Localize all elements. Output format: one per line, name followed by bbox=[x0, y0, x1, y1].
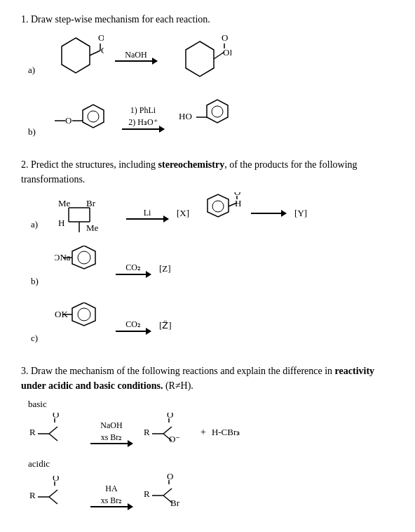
svg-line-63 bbox=[163, 488, 172, 496]
svg-text:R: R bbox=[144, 427, 150, 437]
q1b-arrow: 1) PhLi2) H₃O⁺ bbox=[122, 105, 164, 130]
svg-text:Me: Me bbox=[58, 198, 71, 208]
q2a-product: [Y] bbox=[294, 208, 307, 219]
q2b-label: b) bbox=[31, 276, 50, 291]
svg-marker-13 bbox=[83, 105, 104, 128]
q3-basic-row: R O NaOHxs Br₂ R O O⁻ + bbox=[28, 413, 394, 451]
q2a-arrow1: Li bbox=[126, 207, 168, 220]
svg-marker-5 bbox=[186, 41, 214, 77]
q2a-arrow2 bbox=[251, 213, 286, 214]
svg-marker-38 bbox=[72, 302, 95, 326]
q3-basic-section: basic R O NaOHxs Br₂ R bbox=[28, 399, 394, 451]
q2-header: 2. Predict the structures, including ste… bbox=[21, 157, 394, 187]
q1b-reactant: O bbox=[48, 93, 111, 142]
q1-text: Draw step-wise mechanism for each reacti… bbox=[31, 14, 210, 25]
q3-basic-reactant: R O bbox=[28, 413, 81, 451]
svg-text:H: H bbox=[235, 198, 241, 208]
q1a-reaction: O Cl NaOH O OH bbox=[48, 31, 231, 80]
q3-basic-byproduct: H-CBr₃ bbox=[212, 427, 240, 438]
q3-acidic-reactant: R O bbox=[28, 476, 81, 514]
svg-text:O: O bbox=[53, 476, 59, 483]
svg-marker-17 bbox=[207, 100, 228, 123]
q1a-product: O OH bbox=[168, 31, 231, 80]
q1-number: 1. bbox=[21, 14, 29, 25]
q2c-product: [Z̈] bbox=[159, 320, 172, 331]
svg-line-50 bbox=[163, 427, 172, 434]
svg-point-14 bbox=[88, 111, 99, 122]
q3-acidic-arrow: HAxs Br₂ bbox=[90, 483, 132, 508]
svg-marker-28 bbox=[208, 194, 229, 217]
svg-text:H: H bbox=[58, 218, 64, 228]
svg-text:Br: Br bbox=[170, 498, 180, 508]
svg-text:HO: HO bbox=[179, 111, 192, 121]
svg-line-58 bbox=[49, 497, 57, 504]
q3-number: 3. bbox=[21, 366, 29, 376]
q3-acidic-product: R O Br bbox=[142, 472, 198, 518]
q2b-product: [Z] bbox=[159, 263, 171, 274]
svg-text:Cl: Cl bbox=[101, 45, 104, 55]
q2a-aldehyde: O H bbox=[193, 192, 243, 234]
svg-text:Br: Br bbox=[86, 198, 96, 208]
q2-text: Predict the structures, including stereo… bbox=[21, 159, 358, 185]
q1a-arrow: NaOH bbox=[115, 49, 157, 62]
q2b-arrow: CO₂ bbox=[116, 262, 151, 275]
q3-acidic-reagent: HAxs Br₂ bbox=[101, 483, 123, 507]
q1a-reactant: O Cl bbox=[48, 31, 104, 80]
question-1: 1. Draw step-wise mechanism for each rea… bbox=[21, 14, 394, 142]
svg-text:OH: OH bbox=[223, 47, 231, 58]
q3-basic-label: basic bbox=[28, 399, 394, 410]
q1-header: 1. Draw step-wise mechanism for each rea… bbox=[21, 14, 394, 25]
svg-point-35 bbox=[78, 251, 90, 264]
q1b-reaction: O 1) PhLi2) H₃O⁺ HO bbox=[48, 93, 245, 142]
svg-line-57 bbox=[49, 490, 57, 497]
q3-acidic-label: acidic bbox=[28, 458, 394, 470]
svg-text:O: O bbox=[65, 115, 72, 126]
q2a-reagent1: Li bbox=[144, 207, 151, 219]
svg-line-44 bbox=[49, 427, 57, 434]
q2a-row: a) Me Br H Me Li [X] bbox=[31, 192, 394, 234]
svg-point-39 bbox=[78, 308, 90, 321]
q3-basic-product: R O O⁻ bbox=[142, 413, 195, 451]
q2b-reactant: ONa bbox=[55, 246, 107, 291]
q3-text: Draw the mechanism of the following reac… bbox=[21, 366, 374, 391]
q1b-subquestion: b) O 1) PhLi2) H₃O⁺ HO bbox=[28, 93, 394, 142]
q2c-row: c) OK CO₂ [Z̈] bbox=[31, 302, 394, 348]
q1b-label: b) bbox=[28, 126, 48, 142]
q3-basic-arrow: NaOHxs Br₂ bbox=[90, 420, 132, 445]
svg-line-1 bbox=[90, 51, 100, 55]
svg-text:O: O bbox=[234, 192, 240, 197]
question-3: 3. Draw the mechanism of the following r… bbox=[21, 364, 394, 518]
q2c-arrow: CO₂ bbox=[116, 319, 151, 332]
q2-subquestions: a) Me Br H Me Li [X] bbox=[31, 192, 394, 348]
svg-text:ONa: ONa bbox=[55, 252, 71, 262]
q3-header: 3. Draw the mechanism of the following r… bbox=[21, 364, 394, 393]
q1a-label: a) bbox=[28, 65, 48, 80]
svg-text:O: O bbox=[222, 32, 228, 43]
q3-acidic-section: acidic R O HAxs Br₂ R O bbox=[28, 458, 394, 518]
q3-basic-plus: + bbox=[200, 427, 206, 438]
svg-text:O: O bbox=[98, 32, 104, 43]
q2c-reactant: OK bbox=[55, 302, 107, 348]
svg-text:O: O bbox=[53, 413, 59, 420]
q2c-reagent: CO₂ bbox=[125, 319, 141, 331]
svg-text:R: R bbox=[29, 490, 36, 500]
q2-number: 2. bbox=[21, 159, 29, 170]
q1a-reagent: NaOH bbox=[125, 49, 147, 61]
svg-text:Me: Me bbox=[86, 222, 99, 233]
svg-text:O⁻: O⁻ bbox=[169, 434, 180, 444]
q3-acidic-row: R O HAxs Br₂ R O Br bbox=[28, 472, 394, 518]
q2c-label: c) bbox=[31, 333, 50, 348]
svg-text:O: O bbox=[167, 413, 173, 420]
svg-point-29 bbox=[212, 201, 224, 212]
q1b-product: HO bbox=[175, 93, 245, 142]
question-2: 2. Predict the structures, including ste… bbox=[21, 157, 394, 348]
svg-marker-34 bbox=[72, 246, 95, 269]
svg-line-45 bbox=[49, 434, 57, 441]
svg-text:OK: OK bbox=[55, 309, 68, 319]
q1a-subquestion: a) O Cl NaOH O bbox=[28, 31, 394, 80]
svg-text:R: R bbox=[144, 488, 150, 499]
q2b-reagent: CO₂ bbox=[125, 262, 141, 274]
svg-text:O: O bbox=[167, 472, 173, 481]
svg-marker-0 bbox=[62, 38, 90, 73]
q2a-reactant: Me Br H Me bbox=[55, 192, 118, 234]
